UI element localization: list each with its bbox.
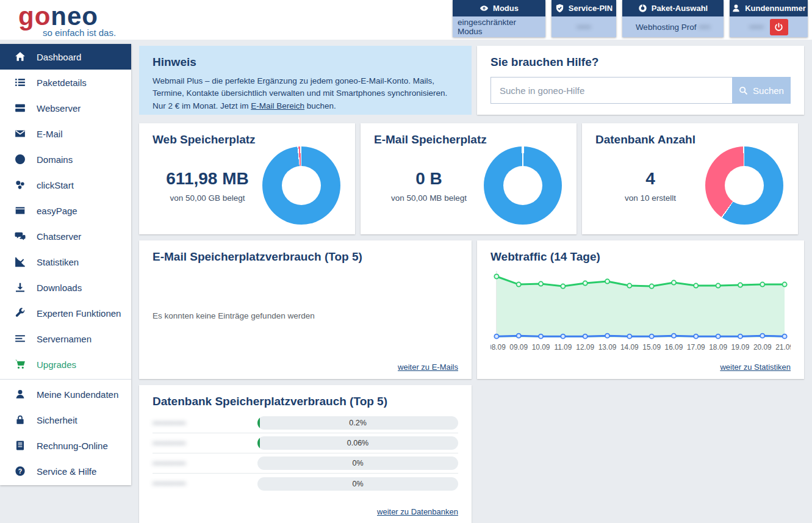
sidebar-item-label: Sicherheit [37,415,77,425]
db-usage-rows: ••••••••••••0.2%••••••••••••0.06%•••••••… [153,413,458,494]
sidebar-item-upgrades[interactable]: Upgrades [0,352,131,377]
sidebar-item-label: Service & Hilfe [37,466,96,477]
sidebar-item-dashboard[interactable]: Dashboard [0,44,131,70]
web-speicherplatz-title: Web Speicherplatz [153,133,342,146]
paket-auswahl-value: Webhosting Prof [636,23,697,32]
lock-icon [15,414,26,425]
shield-icon [555,4,564,13]
db-usage-progress-bar: 0.2% [257,416,458,430]
sidebar-item-service-hilfe[interactable]: ?Service & Hilfe [0,458,131,484]
kundennummer-box: Kundennummer ••••• [730,0,808,37]
svg-text:12.09: 12.09 [576,343,594,352]
web-speicherplatz-card: Web Speicherplatz 611,98 MB von 50,00 GB… [139,123,355,234]
web-speicherplatz-donut-chart [262,146,340,225]
db-usage-percent-label: 0% [352,480,363,488]
db-usage-percent-label: 0% [352,459,363,467]
sidebar-item-clickstart[interactable]: clickStart [0,172,131,198]
header-info-boxes: Modus eingeschränkter Modus Service-PIN … [453,0,808,37]
svg-text:16.09: 16.09 [665,343,683,352]
svg-text:14.09: 14.09 [620,343,639,352]
sidebar-item-label: Statistiken [37,257,79,267]
help-title: Sie brauchen Hilfe? [490,56,791,69]
sidebar-item-label: easyPage [37,206,77,216]
chat-icon [15,231,26,242]
db-usage-row: ••••••••••••0.06% [153,433,458,453]
sidebar-item-label: Experten Funktionen [37,308,121,319]
user-icon [731,4,741,13]
sidebar-item-label: Meine Kundendaten [37,389,118,400]
svg-text:11.09: 11.09 [554,343,572,352]
mail-icon [15,128,26,139]
svg-text:09.09: 09.09 [509,343,528,352]
db-top5-card: Datenbank Speicherplatzverbrauch (Top 5)… [139,385,472,523]
sidebar-item-servernamen[interactable]: Servernamen [0,326,131,352]
weiter-zu-datenbanken-link[interactable]: weiter zu Datenbanken [377,507,458,516]
modus-header[interactable]: Modus [453,0,545,16]
sidebar-item-sicherheit[interactable]: Sicherheit [0,407,131,433]
sidebar-divider [0,379,131,380]
cart-icon [15,359,26,370]
hinweis-card: Hinweis Webmail Plus – die perfekte Ergä… [139,46,472,115]
sidebar-item-easypage[interactable]: easyPage [0,198,131,223]
sidebar-item-domains[interactable]: Domains [0,146,131,172]
service-pin-header[interactable]: Service-PIN [552,0,616,16]
service-pin-value: ••••• [577,23,591,32]
kundennummer-header[interactable]: Kundennummer [730,0,808,16]
sidebar: DashboardPaketdetailsWebserverE-MailDoma… [0,44,131,485]
db-name-masked: •••••••••••• [153,419,257,428]
eye-icon [480,4,489,13]
help-card: Sie brauchen Hilfe? Suchen [477,46,804,115]
modus-value: eingeschränkter Modus [458,18,541,36]
datenbank-anzahl-donut-chart [705,146,783,225]
svg-text:18.09: 18.09 [709,343,727,352]
help-search-input[interactable] [490,77,732,104]
svg-text:08.09: 08.09 [490,343,506,352]
sidebar-item-e-mail[interactable]: E-Mail [0,121,131,146]
svg-text:10.09: 10.09 [532,343,550,352]
sidebar-item-rechnung-online[interactable]: Rechnung-Online [0,433,131,458]
db-usage-row: ••••••••••••0% [153,453,458,474]
db-usage-percent-label: 0.2% [349,419,367,427]
svg-text:19.09: 19.09 [731,343,750,352]
sidebar-item-statistiken[interactable]: Statistiken [0,249,131,275]
email-speicherplatz-value: 0 B [374,169,484,189]
logout-power-button[interactable] [770,19,788,35]
hinweis-text-after: buchen. [304,101,336,110]
sidebar-item-downloads[interactable]: Downloads [0,275,131,300]
svg-text:?: ? [18,467,23,475]
logo-neo: neo [51,2,98,31]
search-icon [739,86,748,95]
paket-auswahl-header[interactable]: Paket-Auswahl [622,0,724,16]
db-usage-progress-bar: 0.06% [257,436,458,450]
db-usage-row: ••••••••••••0% [153,474,458,494]
db-name-masked: •••••••••••• [153,479,257,488]
email-bereich-link[interactable]: E-Mail Bereich [251,101,304,110]
email-top5-empty-message: Es konnten keine Einträge gefunden werde… [153,311,458,320]
user-icon [15,389,26,400]
kundennummer-value: ••••• [749,23,764,32]
email-top5-title: E-Mail Speicherplatzverbrauch (Top 5) [153,250,458,264]
sidebar-item-experten-funktionen[interactable]: Experten Funktionen [0,300,131,326]
sidebar-item-label: Chatserver [37,231,81,242]
modus-box: Modus eingeschränkter Modus [453,0,545,37]
svg-text:13.09: 13.09 [598,343,617,352]
service-pin-label: Service-PIN [569,4,613,13]
sidebar-item-paketdetails[interactable]: Paketdetails [0,70,131,95]
db-usage-percent-label: 0.06% [347,439,368,447]
kundennummer-label: Kundennummer [745,4,806,13]
weiter-zu-emails-link[interactable]: weiter zu E-Mails [398,362,458,372]
wrench-icon [15,308,26,319]
webtraffic-card: Webtraffic (14 Tage) 08.0909.0910.0911.0… [477,240,804,379]
sidebar-item-chatserver[interactable]: Chatserver [0,223,131,249]
sidebar-item-label: Rechnung-Online [37,441,108,451]
hinweis-title: Hinweis [153,56,458,69]
sidebar-item-meine-kundendaten[interactable]: Meine Kundendaten [0,381,131,407]
download-icon [15,282,26,293]
logo-go: go [18,2,51,31]
email-speicherplatz-donut-chart [484,146,562,225]
sidebar-item-label: E-Mail [37,129,63,139]
help-search-button[interactable]: Suchen [732,77,791,104]
sidebar-item-webserver[interactable]: Webserver [0,95,131,121]
weiter-zu-statistiken-link[interactable]: weiter zu Statistiken [720,362,791,372]
db-usage-progress-bar: 0% [257,456,458,470]
